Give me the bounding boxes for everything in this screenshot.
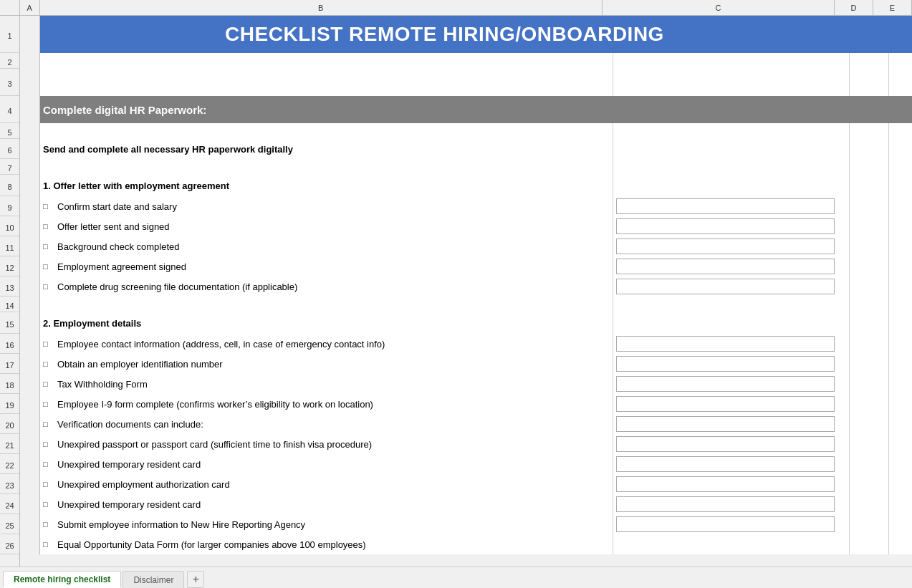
checkbox-icon-22[interactable]: □ [43,460,53,468]
input-cell-13[interactable] [616,279,835,294]
row-17: □Obtain an employer identifiation number [20,354,912,374]
checkbox-label-22: Unexpired temporary resident card [57,459,201,470]
checkbox-row-10: □Offer letter sent and signed [43,221,170,232]
checkbox-icon-17[interactable]: □ [43,360,53,368]
input-cell-25[interactable] [616,516,835,532]
cell-c-23[interactable] [613,474,850,494]
checkbox-row-25: □Submit employee information to New Hire… [43,519,305,530]
cell-d-25 [850,514,889,534]
cell-c-11[interactable] [613,236,850,256]
cell-c-24[interactable] [613,494,850,514]
checkbox-icon-9[interactable]: □ [43,202,53,211]
row-num-19: 19 [0,394,19,414]
checkbox-icon-19[interactable]: □ [43,400,53,408]
checkbox-icon-23[interactable]: □ [43,480,53,488]
cell-b-11: □Background check completed [40,236,613,256]
checkbox-icon-24[interactable]: □ [43,500,53,509]
cell-c-25[interactable] [613,514,850,534]
cell-c-10[interactable] [613,216,850,236]
input-cell-9[interactable] [616,198,835,214]
checkbox-row-9: □Confirm start date and salary [43,201,177,212]
cell-e-6 [889,139,912,159]
cell-c-9[interactable] [613,196,850,216]
input-cell-23[interactable] [616,476,835,492]
input-cell-11[interactable] [616,238,835,254]
checkbox-icon-11[interactable]: □ [43,242,53,251]
cell-c-16[interactable] [613,334,850,354]
checkbox-icon-26[interactable]: □ [43,540,53,549]
checkbox-label-13: Complete drug screening file documentati… [57,281,297,292]
cell-a-15 [20,312,40,334]
checkbox-icon-18[interactable]: □ [43,380,53,388]
input-cell-19[interactable] [616,396,835,412]
checkbox-icon-25[interactable]: □ [43,520,53,529]
cell-a-11 [20,236,40,256]
cell-d-26 [850,534,889,554]
tab-remote-hiring[interactable]: Remote hiring checklist [3,571,121,588]
row-19: □Employee I-9 form complete (confirms wo… [20,394,912,414]
cell-e-1 [889,16,912,53]
input-cell-17[interactable] [616,356,835,372]
checkbox-label-25: Submit employee information to New Hire … [57,519,305,530]
cell-b-12: □Employment agreement signed [40,256,613,276]
cell-d-2 [850,53,889,69]
row-16: □Employee contact information (address, … [20,334,912,354]
input-cell-20[interactable] [616,416,835,432]
checkbox-row-22: □Unexpired temporary resident card [43,459,201,470]
cell-c-21[interactable] [613,434,850,454]
cell-a-8 [20,175,40,196]
cell-b-22: □Unexpired temporary resident card [40,454,613,474]
cell-c-20[interactable] [613,414,850,434]
input-cell-12[interactable] [616,259,835,274]
checkbox-label-24: Unexpired temporary resident card [57,499,201,510]
cell-d-15 [850,312,889,334]
cell-b-17: □Obtain an employer identifiation number [40,354,613,374]
row-num-8: 8 [0,175,19,196]
cell-c-19[interactable] [613,394,850,414]
checkbox-icon-16[interactable]: □ [43,339,53,348]
checkbox-label-17: Obtain an employer identifiation number [57,359,223,370]
cell-e-23 [889,474,912,494]
checkbox-icon-21[interactable]: □ [43,440,53,448]
row-9: □Confirm start date and salary [20,196,912,216]
cell-b-25: □Submit employee information to New Hire… [40,514,613,534]
cell-c-13[interactable] [613,276,850,297]
input-cell-22[interactable] [616,456,835,472]
cell-e-19 [889,394,912,414]
row-6: Send and complete all necessary HR paper… [20,139,912,159]
input-cell-24[interactable] [616,496,835,512]
checkbox-icon-13[interactable]: □ [43,282,53,291]
row-num-3: 3 [0,69,19,96]
input-cell-10[interactable] [616,218,835,234]
checkbox-label-9: Confirm start date and salary [57,201,177,212]
cell-c-14 [613,297,850,312]
cell-e-7 [889,159,912,175]
input-cell-16[interactable] [616,336,835,352]
add-sheet-button[interactable]: + [187,571,204,588]
cell-e-16 [889,334,912,354]
checkbox-icon-12[interactable]: □ [43,262,53,271]
tab-disclaimer[interactable]: Disclaimer [123,571,184,588]
cell-c-22[interactable] [613,454,850,474]
cell-e-13 [889,276,912,297]
row-num-6: 6 [0,139,19,159]
cell-b-21: □Unexpired passport or passport card (su… [40,434,613,454]
checkbox-row-18: □Tax Withholding Form [43,379,148,390]
row-num-7: 7 [0,159,19,175]
row-3 [20,69,912,96]
cell-a-4 [20,96,40,123]
input-cell-18[interactable] [616,376,835,392]
cell-c-18[interactable] [613,374,850,394]
cell-d-23 [850,474,889,494]
checkbox-icon-10[interactable]: □ [43,222,53,231]
cell-c-17[interactable] [613,354,850,374]
row-20: □Verification documents can include: [20,414,912,434]
checkbox-icon-20[interactable]: □ [43,420,53,428]
cell-c-12[interactable] [613,256,850,276]
cell-d-10 [850,216,889,236]
checkbox-label-19: Employee I-9 form complete (confirms wor… [57,399,373,410]
grid[interactable]: CHECKLIST REMOTE HIRING/ONBOARDINGComple… [20,16,912,567]
input-cell-21[interactable] [616,436,835,452]
cell-c-5 [613,123,850,139]
row-13: □Complete drug screening file documentat… [20,276,912,297]
